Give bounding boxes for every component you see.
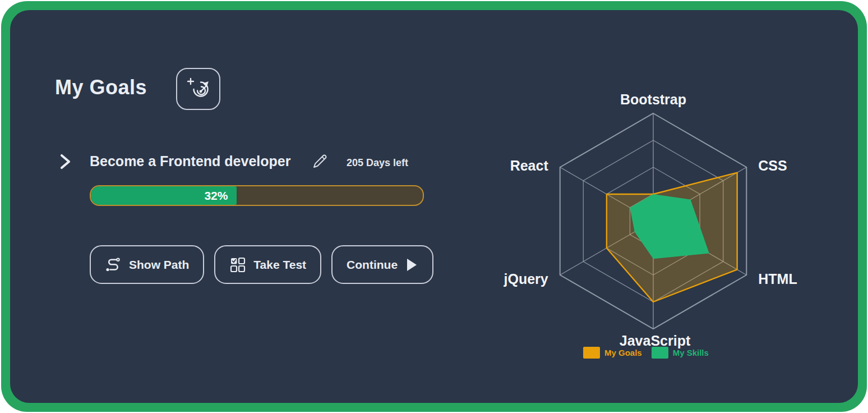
show-path-label: Show Path	[129, 258, 189, 272]
radar-axis-label-css: CSS	[758, 158, 787, 173]
checklist-grid-icon	[229, 256, 246, 273]
legend-item-my-goals[interactable]: My Goals	[583, 347, 642, 359]
days-left-label: 205 Days left	[347, 157, 408, 169]
radar-axis-label-jquery: jQuery	[504, 271, 548, 287]
goal-actions: Show Path Take Test Continue	[90, 245, 433, 284]
my-skills-swatch	[652, 347, 668, 359]
edit-goal-button[interactable]	[311, 153, 329, 171]
take-test-label: Take Test	[253, 258, 306, 272]
my-goals-widget: My Goals	[0, 0, 868, 413]
radar-axis-label-html: HTML	[758, 271, 797, 287]
route-path-icon	[105, 257, 122, 273]
goal-progress-label: 32%	[204, 189, 237, 203]
goal-row: Become a Frontend developer 205 Days lef…	[58, 152, 423, 174]
show-path-button[interactable]: Show Path	[90, 245, 204, 284]
goals-card: My Goals	[10, 10, 858, 403]
radar-axis-label-javascript: JavaScript	[620, 333, 691, 348]
goal-title: Become a Frontend developer	[90, 153, 290, 169]
radar-chart: BootstrapCSSHTMLJavaScriptjQueryReact	[492, 80, 818, 350]
card-frame: My Goals	[1, 1, 867, 412]
continue-button[interactable]: Continue	[331, 245, 433, 284]
add-goal-button[interactable]	[176, 68, 220, 110]
legend-item-my-skills[interactable]: My Skills	[652, 347, 709, 359]
radar-axis-label-bootstrap: Bootstrap	[620, 91, 686, 107]
chevron-right-icon	[58, 153, 72, 170]
pencil-icon	[311, 153, 329, 171]
radar-axis-label-react: React	[510, 158, 549, 173]
take-test-button[interactable]: Take Test	[214, 245, 321, 284]
my-goals-legend-label: My Goals	[604, 348, 642, 357]
continue-label: Continue	[347, 258, 398, 272]
my-goals-swatch	[583, 347, 600, 359]
page-title: My Goals	[55, 76, 147, 99]
play-icon	[405, 257, 418, 273]
target-plus-icon	[186, 76, 211, 102]
goal-progress-bar: 32%	[90, 185, 424, 206]
goal-progress-fill: 32%	[91, 186, 237, 205]
chart-legend: My Goals My Skills	[583, 347, 709, 359]
my-skills-legend-label: My Skills	[673, 348, 709, 357]
expand-goal-chevron[interactable]	[58, 153, 72, 170]
